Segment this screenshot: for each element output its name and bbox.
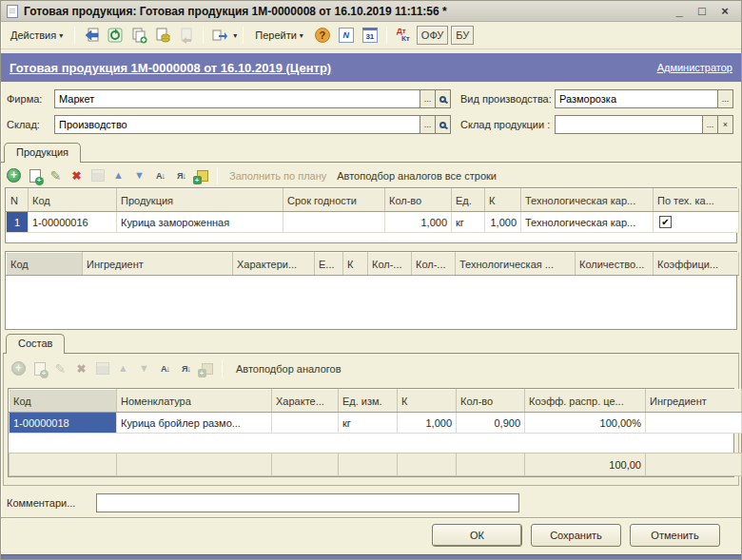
firma-ellipsis-button[interactable]: ... [420, 90, 435, 107]
column-header[interactable]: Ингредиент [83, 253, 233, 276]
cancel-button[interactable]: Отменить [630, 524, 720, 547]
empty-rows-area[interactable] [6, 233, 736, 242]
column-header[interactable]: Кол-... [368, 253, 412, 276]
column-header[interactable]: К [485, 189, 521, 212]
sort-ascending-icon[interactable]: А↓ [156, 359, 174, 377]
column-header[interactable]: Кол-во [457, 390, 525, 413]
coeff-cell[interactable]: 100,00% [525, 413, 646, 434]
column-header[interactable]: Коэфф. распр. це... [525, 390, 646, 413]
table-row[interactable]: 1-00000018 Курица бройлер размо... кг 1,… [10, 413, 742, 434]
actions-menu-button[interactable]: Действия ▾ [5, 25, 68, 46]
empty-rows-area[interactable] [6, 276, 736, 329]
add-row-icon[interactable]: + [5, 166, 23, 184]
save-button[interactable]: Сохранить [531, 524, 621, 547]
sort-descending-icon[interactable]: Я↓ [172, 166, 190, 184]
column-header[interactable]: Номенклатура [117, 390, 272, 413]
tab-produkciya[interactable]: Продукция [4, 143, 81, 163]
product-cell[interactable]: Курица замороженная [117, 212, 283, 233]
copy-row-icon[interactable]: + [26, 166, 44, 184]
copy-document-icon[interactable] [128, 25, 149, 46]
title-bar[interactable]: Готовая продукция: Готовая продукция 1М-… [1, 1, 741, 22]
row-number-cell[interactable]: 1 [7, 212, 29, 233]
autoselect-analogs-all-rows-button[interactable]: Автоподбор аналогов все строки [337, 170, 497, 182]
column-header[interactable]: N [7, 189, 29, 212]
sort-descending-icon[interactable]: Я↓ [177, 359, 195, 377]
by-tech-card-cell[interactable]: ✔ [654, 212, 739, 233]
empty-rows-area[interactable] [9, 434, 733, 453]
comment-input[interactable] [96, 493, 519, 512]
qty-cell[interactable]: 0,900 [457, 413, 525, 434]
column-header[interactable]: Код [7, 253, 83, 276]
sklad-ellipsis-button[interactable]: ... [420, 116, 435, 133]
column-header[interactable]: К [398, 390, 457, 413]
firma-input[interactable] [55, 90, 420, 107]
ingredient-cell[interactable] [646, 413, 742, 434]
sklad-open-button[interactable] [435, 116, 450, 133]
column-header[interactable]: По тех. ка... [654, 189, 739, 212]
column-header[interactable]: Кол-... [412, 253, 456, 276]
column-header[interactable]: Ед. [452, 189, 485, 212]
shelf-life-cell[interactable] [283, 212, 385, 233]
vid-proizvodstva-ellipsis-button[interactable]: ... [717, 90, 732, 107]
sklad-input[interactable] [55, 116, 420, 133]
column-header[interactable]: Кол-во [385, 189, 452, 212]
chevron-down-icon[interactable]: ▾ [233, 31, 237, 40]
column-header[interactable]: Е... [315, 253, 343, 276]
characteristic-cell[interactable] [272, 413, 339, 434]
code-cell[interactable]: 1-00000016 [29, 212, 117, 233]
unit-cell[interactable]: кг [339, 413, 398, 434]
delete-row-icon[interactable]: ✖ [68, 166, 86, 184]
column-header[interactable]: Ингредиент [646, 390, 742, 413]
column-header[interactable]: Характе... [272, 390, 339, 413]
bu-toggle-button[interactable]: БУ [451, 26, 474, 45]
column-header[interactable]: Количество... [576, 253, 654, 276]
tab-sostav[interactable]: Состав [6, 334, 65, 354]
ok-button[interactable]: ОК [432, 524, 522, 547]
user-link[interactable]: Администратор [657, 62, 732, 73]
edit-row-icon[interactable]: ✎ [47, 166, 65, 184]
table-row[interactable]: 1 1-00000016 Курица замороженная 1,000 к… [7, 212, 739, 233]
firma-open-button[interactable] [435, 90, 450, 107]
set-date-icon[interactable]: 31 [360, 25, 381, 46]
minimize-icon[interactable]: _ [671, 4, 688, 18]
column-header[interactable]: Ед. изм. [339, 390, 398, 413]
save-icon[interactable] [81, 25, 102, 46]
column-header[interactable]: Код [10, 390, 117, 413]
dt-kt-postings-icon[interactable]: ДтКт [393, 25, 414, 46]
move-row-down-icon[interactable]: ▼ [130, 166, 148, 184]
column-header[interactable]: Технологическая кар... [521, 189, 654, 212]
by-tech-card-checkbox[interactable]: ✔ [659, 216, 672, 228]
column-header[interactable]: Коэффици... [654, 253, 739, 276]
move-row-up-icon[interactable]: ▲ [109, 166, 127, 184]
k-cell[interactable]: 1,000 [398, 413, 457, 434]
document-title-link[interactable]: Готовая продукция 1М-0000008 от 16.10.20… [10, 61, 331, 75]
column-header[interactable]: Срок годности [283, 189, 385, 212]
column-header[interactable]: Продукция [117, 189, 283, 212]
nomenclature-cell[interactable]: Курица бройлер размо... [117, 413, 272, 434]
refresh-icon[interactable] [105, 25, 126, 46]
enter-on-basis-icon[interactable] [209, 25, 230, 46]
fill-icon[interactable] [193, 166, 211, 184]
column-header[interactable]: Код [29, 189, 117, 212]
go-menu-button[interactable]: Перейти ▾ [249, 25, 309, 46]
close-icon[interactable]: × [716, 4, 733, 18]
autoselect-analogs-button[interactable]: Автоподбор аналогов [236, 363, 342, 375]
post-document-icon[interactable] [152, 25, 173, 46]
unit-cell[interactable]: кг [452, 212, 485, 233]
column-header[interactable]: К [343, 253, 368, 276]
sklad-produkcii-ellipsis-button[interactable]: ... [702, 116, 717, 133]
ofu-toggle-button[interactable]: ОФУ [417, 26, 448, 45]
sklad-produkcii-input[interactable] [556, 116, 702, 133]
vid-proizvodstva-input[interactable] [556, 90, 717, 107]
sklad-produkcii-clear-button[interactable]: × [717, 116, 732, 133]
tech-card-cell[interactable]: Технологическая кар... [521, 212, 654, 233]
qty-cell[interactable]: 1,000 [385, 212, 452, 233]
set-number-icon[interactable]: N [336, 25, 357, 46]
column-header[interactable]: Технологическая ... [456, 253, 576, 276]
sort-ascending-icon[interactable]: А↓ [151, 166, 169, 184]
help-icon[interactable]: ? [312, 25, 333, 46]
column-header[interactable]: Характери... [233, 253, 315, 276]
code-cell[interactable]: 1-00000018 [10, 413, 117, 434]
k-cell[interactable]: 1,000 [485, 212, 521, 233]
maximize-icon[interactable]: □ [693, 4, 711, 18]
